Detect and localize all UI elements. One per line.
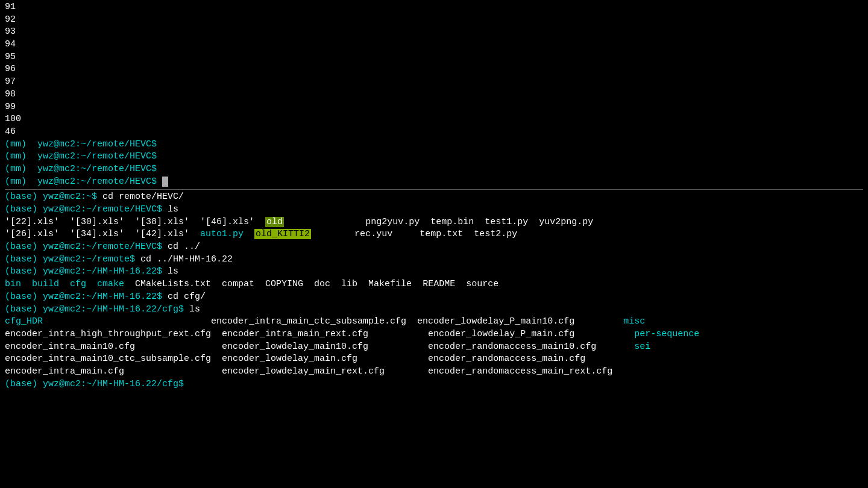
blank-prompt-2: (mm) ywz@mc2:~/remote/HEVC$ <box>5 151 863 163</box>
line-93: 93 <box>5 26 863 39</box>
ls-cfg-row2: encoder_intra_high_throughput_rext.cfg e… <box>5 328 863 341</box>
ls-cfg-row5: encoder_intra_main.cfg encoder_lowdelay_… <box>5 366 863 378</box>
line-99: 99 <box>5 101 863 114</box>
line-100: 100 <box>5 113 863 126</box>
line-91: 91 <box>5 1 863 14</box>
ls-cfg-row1: cfg_HDR encoder_intra_main_ctc_subsample… <box>5 316 863 328</box>
line-96: 96 <box>5 63 863 76</box>
cmd-cd-hm: (base) ywz@mc2:~/remote$ cd ../HM-HM-16.… <box>5 254 863 266</box>
blank-prompt-3: (mm) ywz@mc2:~/remote/HEVC$ <box>5 163 863 176</box>
cmd-ls-hevc: (base) ywz@mc2:~/remote/HEVC$ ls <box>5 204 863 216</box>
final-prompt: (base) ywz@mc2:~/HM-HM-16.22/cfg$ <box>5 378 863 391</box>
cmd-cd-hevc: (base) ywz@mc2:~$ cd remote/HEVC/ <box>5 191 863 204</box>
blank-prompt-1: (mm) ywz@mc2:~/remote/HEVC$ <box>5 139 863 151</box>
cmd-ls-hm: (base) ywz@mc2:~/HM-HM-16.22$ ls <box>5 266 863 278</box>
ls-hm-output: bin build cfg cmake CMakeLists.txt compa… <box>5 278 863 291</box>
cursor <box>162 177 168 187</box>
line-46: 46 <box>5 126 863 139</box>
ls-hevc-row2: '[26].xls' '[34].xls' '[42].xls' auto1.p… <box>5 228 863 241</box>
section-divider <box>5 189 863 190</box>
line-94: 94 <box>5 39 863 51</box>
cmd-cd-up: (base) ywz@mc2:~/remote/HEVC$ cd ../ <box>5 241 863 254</box>
line-92: 92 <box>5 14 863 27</box>
ls-cfg-row3: encoder_intra_main10.cfg encoder_lowdela… <box>5 341 863 354</box>
ls-hevc-row1: '[22].xls' '[30].xls' '[38].xls' '[46].x… <box>5 216 863 229</box>
blank-prompt-4: (mm) ywz@mc2:~/remote/HEVC$ <box>5 176 863 189</box>
line-98: 98 <box>5 89 863 101</box>
line-95: 95 <box>5 51 863 64</box>
line-97: 97 <box>5 76 863 89</box>
cmd-ls-cfg: (base) ywz@mc2:~/HM-HM-16.22/cfg$ ls <box>5 304 863 316</box>
terminal: 91 92 93 94 95 96 97 98 99 100 46 (mm) y… <box>0 0 868 488</box>
cmd-cd-cfg: (base) ywz@mc2:~/HM-HM-16.22$ cd cfg/ <box>5 291 863 304</box>
ls-cfg-row4: encoder_intra_main10_ctc_subsample.cfg e… <box>5 353 863 366</box>
